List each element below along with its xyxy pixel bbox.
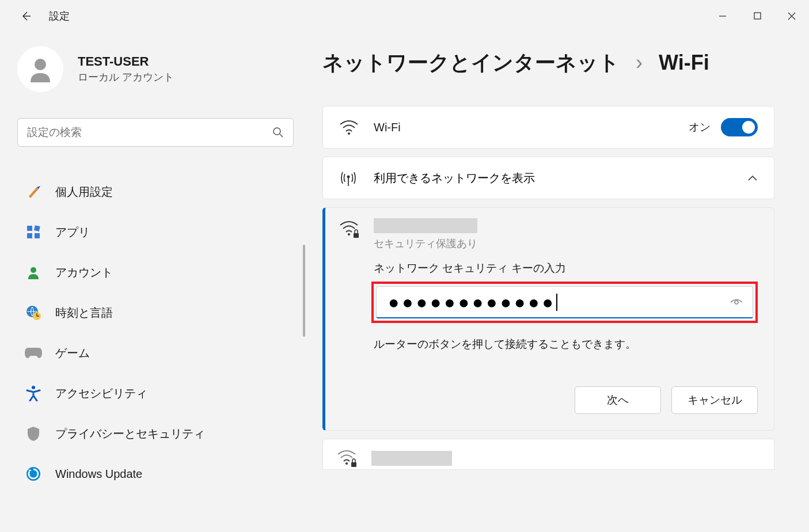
svg-rect-1 <box>754 13 761 19</box>
antenna-icon <box>339 169 362 187</box>
svg-point-21 <box>345 462 348 465</box>
button-row: 次へ キャンセル <box>339 386 758 414</box>
breadcrumb: ネットワークとインターネット › Wi-Fi <box>322 49 774 77</box>
svg-point-18 <box>348 233 350 235</box>
sidebar-item-label: 時刻と言語 <box>55 305 113 321</box>
search-icon <box>272 127 284 138</box>
sidebar-item-label: ゲーム <box>55 345 90 361</box>
user-type: ローカル アカウント <box>78 70 174 84</box>
sidebar-item-accounts[interactable]: アカウント <box>17 256 294 288</box>
reveal-password-button[interactable] <box>730 297 743 307</box>
svg-point-9 <box>31 267 36 273</box>
network-ssid-redacted <box>374 218 477 233</box>
app-title: 設定 <box>49 9 70 23</box>
network-item[interactable] <box>322 439 774 470</box>
svg-rect-8 <box>35 233 40 238</box>
wifi-label: Wi-Fi <box>374 121 689 134</box>
privacy-icon <box>24 424 43 443</box>
sidebar-item-label: 個人用設定 <box>55 184 113 200</box>
account-icon <box>24 263 43 282</box>
sidebar-item-accessibility[interactable]: アクセシビリティ <box>17 377 294 409</box>
time-language-icon <box>24 303 43 322</box>
user-section[interactable]: TEST-USER ローカル アカウント <box>17 46 294 92</box>
titlebar: 設定 <box>0 0 809 32</box>
sidebar-item-privacy[interactable]: プライバシーとセキュリティ <box>17 417 294 450</box>
svg-rect-19 <box>354 233 359 238</box>
wifi-toggle-card: Wi-Fi オン <box>322 106 774 149</box>
svg-rect-5 <box>27 226 32 231</box>
window-controls <box>705 5 809 28</box>
password-mask: ●●●●●●●●●●●● <box>388 293 556 311</box>
breadcrumb-parent[interactable]: ネットワークとインターネット <box>322 51 620 74</box>
next-button[interactable]: 次へ <box>575 386 661 414</box>
search-box[interactable] <box>17 118 294 147</box>
svg-point-16 <box>347 176 350 178</box>
sidebar-item-windows-update[interactable]: Windows Update <box>17 458 294 490</box>
svg-rect-7 <box>27 233 32 238</box>
breadcrumb-separator: › <box>636 51 643 74</box>
user-name: TEST-USER <box>78 54 174 69</box>
wifi-secure-icon <box>337 450 360 468</box>
svg-point-2 <box>35 59 46 70</box>
accessibility-icon <box>24 384 43 402</box>
network-connect-panel: セキュリティ保護あり ネットワーク セキュリティ キーの入力 ●●●●●●●●●… <box>322 207 774 431</box>
close-icon <box>788 12 796 20</box>
person-icon <box>26 55 55 83</box>
chevron-up-icon <box>747 174 758 181</box>
sidebar-item-personalization[interactable]: 個人用設定 <box>17 176 294 208</box>
sidebar-item-time-language[interactable]: 時刻と言語 <box>17 297 294 329</box>
svg-point-3 <box>274 128 280 135</box>
sidebar: TEST-USER ローカル アカウント 個人用設定 アプリ アカ <box>0 32 311 532</box>
password-input[interactable]: ●●●●●●●●●●●● <box>376 286 753 318</box>
network-ssid-redacted <box>371 451 452 466</box>
sidebar-scrollbar[interactable] <box>303 245 305 337</box>
main-content: ネットワークとインターネット › Wi-Fi Wi-Fi オン 利用できるネット… <box>311 32 809 532</box>
available-networks-card[interactable]: 利用できるネットワークを表示 <box>322 157 774 199</box>
close-button[interactable] <box>774 5 809 28</box>
avatar <box>17 46 63 92</box>
svg-line-4 <box>280 134 283 137</box>
game-icon <box>24 344 43 362</box>
wifi-state: オン <box>689 120 711 135</box>
sidebar-item-label: アカウント <box>55 265 113 280</box>
breadcrumb-current: Wi-Fi <box>659 51 709 74</box>
svg-point-13 <box>32 386 35 389</box>
cancel-button[interactable]: キャンセル <box>671 386 758 414</box>
highlight-annotation: ●●●●●●●●●●●● <box>371 282 758 323</box>
maximize-icon <box>754 12 761 20</box>
text-cursor <box>556 294 557 311</box>
minimize-icon <box>719 12 727 20</box>
sidebar-item-label: アプリ <box>55 225 90 240</box>
arrow-left-icon <box>20 10 32 22</box>
sidebar-item-gaming[interactable]: ゲーム <box>17 337 294 369</box>
update-icon <box>24 465 43 483</box>
search-input[interactable] <box>27 126 272 139</box>
sidebar-item-label: Windows Update <box>55 468 142 481</box>
available-networks-label: 利用できるネットワークを表示 <box>374 170 747 186</box>
wifi-icon <box>339 120 362 135</box>
svg-point-20 <box>735 301 738 304</box>
svg-rect-22 <box>351 462 356 467</box>
svg-rect-6 <box>34 225 40 231</box>
svg-point-15 <box>348 132 350 135</box>
wps-hint-text: ルーターのボタンを押して接続することもできます。 <box>374 337 758 352</box>
wifi-secure-icon <box>339 221 362 239</box>
sidebar-item-label: アクセシビリティ <box>55 386 147 401</box>
nav-items: 個人用設定 アプリ アカウント 時刻と言語 ゲーム <box>17 176 294 490</box>
sidebar-item-label: プライバシーとセキュリティ <box>55 426 205 442</box>
back-button[interactable] <box>17 7 35 25</box>
password-prompt-label: ネットワーク セキュリティ キーの入力 <box>374 261 758 276</box>
brush-icon <box>24 183 43 201</box>
sidebar-item-apps[interactable]: アプリ <box>17 216 294 248</box>
apps-icon <box>24 223 43 241</box>
minimize-button[interactable] <box>705 5 740 28</box>
maximize-button[interactable] <box>740 5 774 28</box>
network-security-text: セキュリティ保護あり <box>374 237 758 250</box>
wifi-toggle[interactable] <box>721 118 758 136</box>
